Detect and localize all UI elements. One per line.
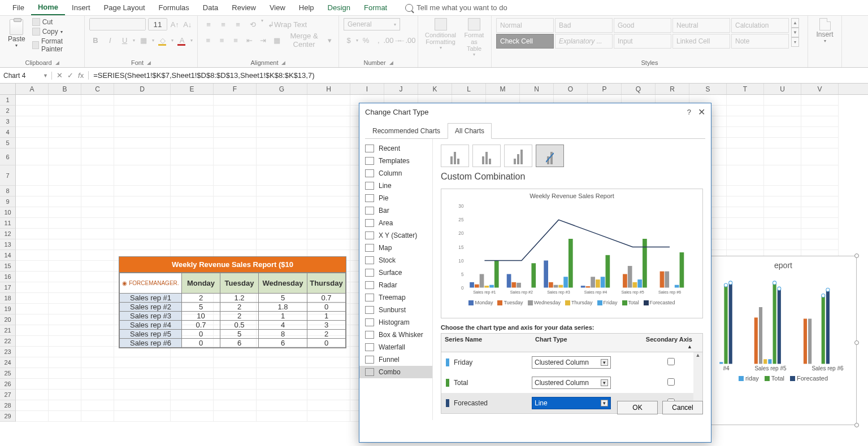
tab-home[interactable]: Home [31,0,65,15]
row-header[interactable]: 18 [0,293,16,304]
format-painter-button[interactable]: Format Painter [32,37,80,53]
align-top-button[interactable]: ≡ [202,18,215,30]
series-type-select[interactable]: Clustered Column▾ [532,356,611,369]
row-header[interactable]: 15 [0,261,16,272]
col-header[interactable]: M [486,84,520,94]
borders-button[interactable]: ▦ [137,34,150,46]
chart-plot-area[interactable] [710,272,856,365]
row-header[interactable]: 12 [0,229,16,239]
col-header[interactable]: U [764,84,801,94]
chart-type-treemap[interactable]: Treemap [359,291,432,304]
alignment-launcher-icon[interactable]: ◢ [281,60,285,65]
copy-button[interactable]: Copy▾ [32,28,80,36]
chart-type-box-whisker[interactable]: Box & Whisker [359,329,432,341]
row-header[interactable]: 21 [0,325,16,336]
style-calculation[interactable]: Calculation [731,18,789,33]
row-header[interactable]: 22 [0,336,16,347]
paste-button[interactable]: Paste ▾ [5,18,29,53]
font-color-button[interactable]: A [176,34,188,46]
ok-button[interactable]: OK [617,401,658,414]
align-bottom-button[interactable]: ≡ [232,18,244,30]
enter-formula-icon[interactable]: ✓ [67,71,73,80]
chart-type-column[interactable]: Column [359,167,432,180]
chart-type-x-y-scatter-[interactable]: X Y (Scatter) [359,229,432,242]
chart-type-radar[interactable]: Radar [359,279,432,291]
col-header[interactable]: O [554,84,588,94]
row-header[interactable]: 7 [0,165,16,186]
row-header[interactable]: 19 [0,304,16,314]
increase-indent-button[interactable]: ⇥ [258,34,269,46]
col-header[interactable]: L [452,84,486,94]
font-launcher-icon[interactable]: ◢ [147,60,151,65]
cancel-button[interactable]: Cancel [662,401,703,414]
wrap-text-button[interactable]: ↲ Wrap Text [266,18,309,30]
align-right-button[interactable]: ≡ [230,34,241,46]
increase-font-button[interactable]: A↑ [170,18,180,30]
col-header[interactable]: T [727,84,764,94]
align-center-button[interactable]: ≡ [216,34,227,46]
decrease-indent-button[interactable]: ⇤ [244,34,255,46]
italic-button[interactable]: I [104,34,116,46]
conditional-formatting-button[interactable]: Conditional Formatting▾ [423,18,458,50]
number-format-select[interactable]: General▾ [344,18,400,30]
tab-design[interactable]: Design [321,1,357,15]
cancel-formula-icon[interactable]: ✕ [57,71,63,80]
bold-button[interactable]: B [89,34,102,46]
row-header[interactable]: 17 [0,282,16,293]
row-header[interactable]: 2 [0,106,16,116]
row-header[interactable]: 23 [0,347,16,357]
formula-input[interactable]: =SERIES(Sheet1!$K$7,Sheet1!$D$8:$D$13,Sh… [89,71,868,80]
col-header[interactable]: V [801,84,839,94]
style-neutral[interactable]: Neutral [672,18,730,33]
align-middle-button[interactable]: ≡ [217,18,229,30]
orientation-button[interactable]: ⟲ [246,18,259,30]
row-header[interactable]: 13 [0,239,16,250]
tab-file[interactable]: File [6,1,31,15]
style-input[interactable]: Input [614,34,671,49]
col-header[interactable]: B [49,84,81,94]
series-type-select[interactable]: Clustered Column▾ [532,377,611,389]
tab-review[interactable]: Review [225,1,263,15]
secondary-axis-checkbox[interactable] [667,378,675,386]
dialog-help-icon[interactable]: ? [687,108,691,116]
chart-type-bar[interactable]: Bar [359,204,432,217]
insert-cells-button[interactable]: Insert▾ [813,18,837,43]
row-header[interactable]: 25 [0,368,16,379]
row-header[interactable]: 1 [0,95,16,106]
col-header[interactable]: C [81,84,114,94]
dialog-close-icon[interactable]: ✕ [698,107,705,117]
style-explanatory[interactable]: Explanatory ... [555,34,613,49]
col-header[interactable]: F [214,84,257,94]
increase-decimal-button[interactable]: .00→ [386,34,398,46]
tell-me-search[interactable]: Tell me what you want to do [405,3,507,12]
align-left-button[interactable]: ≡ [202,34,214,46]
format-as-table-button[interactable]: Format as Table▾ [462,18,487,57]
col-header[interactable]: S [689,84,727,94]
number-launcher-icon[interactable]: ◢ [389,60,393,65]
style-linked-cell[interactable]: Linked Cell [672,34,730,49]
cell-styles-gallery[interactable]: Normal Bad Good Neutral Calculation Chec… [496,18,789,49]
series-row[interactable]: Total Clustered Column▾ [441,373,702,393]
font-name-select[interactable] [89,18,146,30]
row-header[interactable]: 24 [0,357,16,368]
col-header[interactable]: J [384,84,418,94]
chart-type-sunburst[interactable]: Sunburst [359,304,432,316]
row-header[interactable]: 3 [0,116,16,127]
style-bad[interactable]: Bad [555,18,613,33]
style-note[interactable]: Note [731,34,789,49]
row-header[interactable]: 8 [0,186,16,196]
col-header[interactable]: I [350,84,384,94]
tab-view[interactable]: View [263,1,292,15]
accounting-format-button[interactable]: $ [344,34,354,46]
col-header[interactable]: K [418,84,452,94]
row-header[interactable]: 5 [0,138,16,148]
chart-type-line[interactable]: Line [359,180,432,192]
tab-format[interactable]: Format [357,1,394,15]
select-all-corner[interactable] [0,84,16,94]
col-header[interactable]: D [114,84,171,94]
col-header[interactable]: P [588,84,622,94]
chart-type-area[interactable]: Area [359,217,432,229]
col-header[interactable]: G [257,84,307,94]
combo-subtype-1[interactable] [441,145,469,167]
tab-all-charts[interactable]: All Charts [448,123,492,139]
